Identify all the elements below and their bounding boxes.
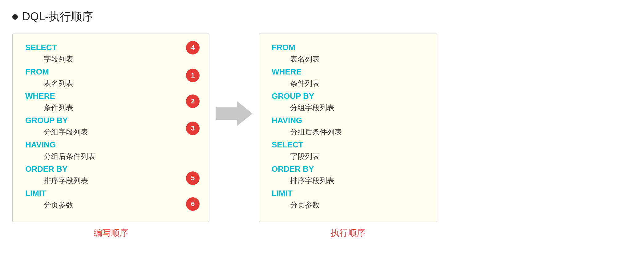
left-kw-orderby: ORDER BY <box>25 164 196 174</box>
left-text-from: 表名列表 <box>25 78 196 88</box>
right-kw-where: WHERE <box>272 67 424 77</box>
badge-1: 1 <box>186 69 200 82</box>
right-text-orderby: 排序字段列表 <box>272 176 424 186</box>
svg-marker-0 <box>216 101 253 126</box>
badge-4: 4 <box>186 41 200 54</box>
left-diagram-wrapper: SELECT 字段列表 4 FROM 表名列表 1 WHERE 条件列表 2 G… <box>12 34 209 239</box>
page-title: DQL-执行顺序 <box>22 9 93 24</box>
right-kw-having: HAVING <box>272 116 424 125</box>
right-diagram-box: FROM 表名列表 WHERE 条件列表 GROUP BY 分组字段列表 HAV… <box>259 34 437 222</box>
left-kw-groupby: GROUP BY <box>25 116 196 125</box>
badge-5: 5 <box>186 171 200 185</box>
right-kw-select: SELECT <box>272 140 424 150</box>
left-text-select: 字段列表 <box>25 54 196 64</box>
right-kw-from: FROM <box>272 43 424 52</box>
right-text-select: 字段列表 <box>272 151 424 161</box>
right-text-from: 表名列表 <box>272 54 424 64</box>
left-kw-select: SELECT <box>25 43 196 52</box>
badge-6: 6 <box>186 197 200 211</box>
left-kw-limit: LIMIT <box>25 189 196 198</box>
bullet-point <box>12 14 18 20</box>
left-text-limit: 分页参数 <box>25 200 196 210</box>
left-text-having: 分组后条件列表 <box>25 151 196 161</box>
right-kw-orderby: ORDER BY <box>272 164 424 174</box>
right-kw-limit: LIMIT <box>272 189 424 198</box>
arrow-wrapper <box>209 34 259 127</box>
right-diagram-wrapper: FROM 表名列表 WHERE 条件列表 GROUP BY 分组字段列表 HAV… <box>259 34 437 239</box>
right-text-having: 分组后条件列表 <box>272 127 424 137</box>
diagrams-row: SELECT 字段列表 4 FROM 表名列表 1 WHERE 条件列表 2 G… <box>12 34 632 239</box>
badge-3: 3 <box>186 122 200 135</box>
right-text-groupby: 分组字段列表 <box>272 103 424 113</box>
left-label: 编写顺序 <box>94 227 128 239</box>
left-kw-where: WHERE <box>25 91 196 101</box>
badge-2: 2 <box>186 94 200 108</box>
left-text-where: 条件列表 <box>25 103 196 113</box>
left-kw-having: HAVING <box>25 140 196 150</box>
left-text-groupby: 分组字段列表 <box>25 127 196 137</box>
right-text-where: 条件列表 <box>272 78 424 88</box>
right-arrow-icon <box>216 101 253 127</box>
left-text-orderby: 排序字段列表 <box>25 176 196 186</box>
left-kw-from: FROM <box>25 67 196 77</box>
left-diagram-box: SELECT 字段列表 4 FROM 表名列表 1 WHERE 条件列表 2 G… <box>12 34 209 222</box>
right-label: 执行顺序 <box>331 227 365 239</box>
right-text-limit: 分页参数 <box>272 200 424 210</box>
right-kw-groupby: GROUP BY <box>272 91 424 101</box>
